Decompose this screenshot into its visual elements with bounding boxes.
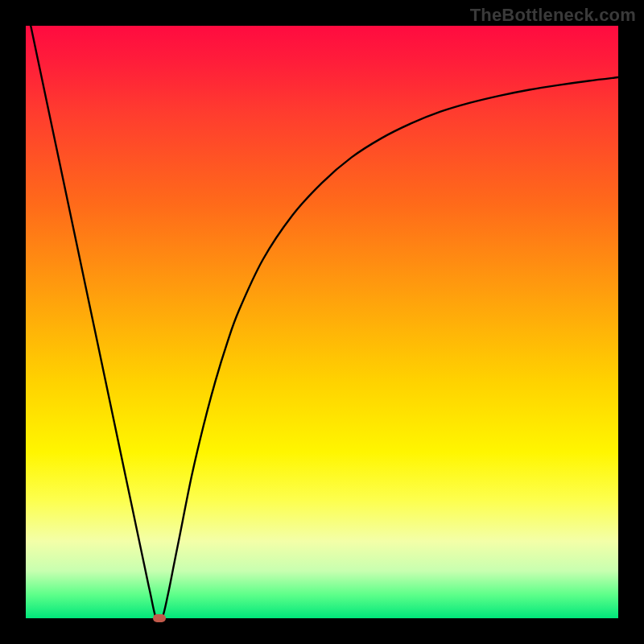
chart-frame: TheBottleneck.com (0, 0, 644, 644)
minimum-marker (153, 614, 166, 622)
curve-svg (26, 26, 618, 618)
plot-area (26, 26, 618, 618)
bottleneck-curve (26, 26, 618, 618)
watermark-text: TheBottleneck.com (470, 5, 636, 26)
